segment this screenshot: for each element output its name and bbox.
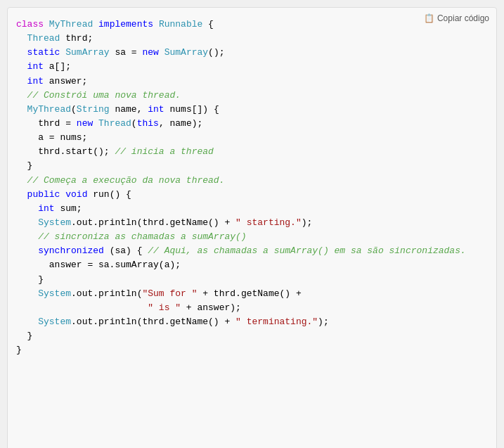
code-line-2: Thread thrd;	[15, 32, 496, 46]
code-line-12: }	[15, 159, 496, 173]
code-line-11: thrd.start(); // inicia a thread	[15, 145, 496, 159]
code-line-24: System.out.println(thrd.getName() + " te…	[15, 315, 496, 329]
code-line-18: // sincroniza as chamadas a sumArray()	[15, 230, 496, 244]
code-line-9: thrd = new Thread(this, name);	[15, 117, 496, 131]
code-line-19: synchronized (sa) { // Aqui, as chamadas…	[15, 244, 496, 258]
code-line-22: System.out.println("Sum for " + thrd.get…	[15, 287, 496, 301]
code-line-4: int a[];	[15, 60, 496, 74]
code-line-14: // Começa a execução da nova thread.	[15, 174, 496, 188]
code-line-8: MyThread(String name, int nums[]) {	[15, 103, 496, 117]
code-line-23: " is " + answer);	[15, 301, 496, 315]
code-line-26: }	[15, 343, 496, 357]
code-container: 📋 Copiar código class MyThread implement…	[7, 7, 497, 448]
code-line-21: }	[15, 273, 496, 287]
code-line-7: // Constrói uma nova thread.	[15, 89, 496, 103]
code-line-10: a = nums;	[15, 131, 496, 145]
code-line-16: int sum;	[15, 202, 496, 216]
code-line-20: answer = sa.sumArray(a);	[15, 258, 496, 272]
copy-icon: 📋	[424, 13, 434, 23]
code-line-17: System.out.println(thrd.getName() + " st…	[15, 216, 496, 230]
code-line-3: static SumArray sa = new SumArray();	[15, 46, 496, 60]
code-line-15: public void run() {	[15, 188, 496, 202]
copy-button[interactable]: 📋 Copiar código	[424, 13, 489, 23]
code-line-25: }	[15, 329, 496, 343]
code-line-5: int answer;	[15, 75, 496, 89]
code-block: class MyThread implements Runnable { Thr…	[15, 15, 496, 357]
copy-label: Copiar código	[437, 13, 489, 23]
